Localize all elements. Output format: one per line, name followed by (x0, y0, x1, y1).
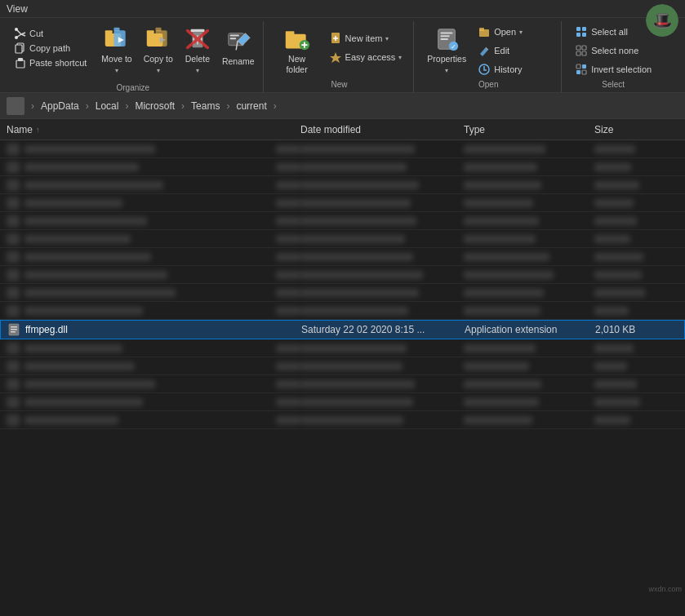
move-to-icon (104, 26, 130, 52)
list-item[interactable] (0, 411, 685, 429)
properties-arrow: ▾ (445, 67, 448, 74)
svg-rect-50 (582, 51, 586, 55)
svg-rect-56 (11, 326, 17, 328)
svg-rect-48 (582, 46, 586, 50)
select-label: Select (570, 80, 656, 89)
list-item[interactable] (0, 339, 685, 357)
svg-rect-35 (441, 35, 450, 37)
svg-rect-49 (576, 51, 580, 55)
svg-rect-26 (285, 31, 294, 35)
new-folder-button[interactable]: New folder (272, 23, 322, 78)
list-item[interactable] (0, 140, 685, 158)
svg-rect-7 (105, 30, 113, 34)
svg-rect-34 (441, 33, 453, 34)
list-item[interactable] (0, 176, 685, 194)
rename-button[interactable]: Rename (217, 23, 260, 72)
svg-rect-14 (155, 28, 161, 31)
properties-button[interactable]: ✓ Properties ▾ (422, 23, 471, 78)
list-item[interactable] (0, 375, 685, 393)
open-icon (478, 25, 491, 38)
svg-rect-57 (11, 329, 17, 330)
view-menu[interactable]: View (7, 3, 28, 15)
breadcrumb-sep-2: › (125, 100, 128, 112)
breadcrumb-current[interactable]: current (233, 99, 269, 113)
list-item[interactable] (0, 357, 685, 375)
svg-rect-44 (582, 27, 586, 31)
edit-icon (478, 44, 491, 57)
new-item-arrow: ▾ (385, 35, 389, 42)
new-label: New (272, 80, 407, 89)
list-item[interactable] (0, 158, 685, 176)
cut-button[interactable]: Cut (11, 26, 90, 41)
svg-text:✓: ✓ (451, 42, 456, 51)
breadcrumb-local[interactable]: Local (92, 99, 122, 113)
col-date[interactable]: Date modified (300, 124, 464, 135)
breadcrumb-bar: › AppData › Local › Microsoft › Teams › … (0, 93, 685, 119)
easy-access-button[interactable]: Easy access ▾ (324, 48, 407, 66)
move-to-button[interactable]: Move to ▾ (96, 23, 136, 78)
col-type[interactable]: Type (464, 124, 594, 135)
svg-rect-46 (582, 33, 586, 37)
select-group: Select all Select none (563, 21, 663, 92)
easy-access-arrow: ▾ (398, 54, 402, 61)
col-name[interactable]: Name ↑ (7, 124, 300, 135)
svg-rect-52 (582, 64, 586, 69)
copy-path-button[interactable]: Copy path (11, 41, 90, 55)
list-item[interactable] (0, 212, 685, 230)
edit-button[interactable]: Edit (473, 42, 554, 60)
organize-label: Organize (7, 83, 260, 92)
list-item[interactable] (0, 393, 685, 411)
new-item-icon (329, 32, 342, 45)
paste-icon (15, 57, 26, 69)
list-item[interactable] (0, 284, 685, 302)
breadcrumb-appdata[interactable]: AppData (38, 99, 82, 113)
open-button[interactable]: Open ▾ (473, 23, 554, 41)
content-area: // rows will be rendered below (0, 140, 685, 548)
ribbon-content: Cut Copy path Paste (0, 21, 685, 92)
col-size[interactable]: Size (594, 124, 678, 135)
select-none-button[interactable]: Select none (570, 42, 656, 60)
selected-file-row[interactable]: ffmpeg.dll Saturday 22 02 2020 8:15 ... … (0, 320, 685, 339)
copy-path-icon (15, 42, 26, 54)
svg-rect-36 (441, 38, 448, 40)
list-item[interactable] (0, 248, 685, 266)
blurred-rows-top (0, 140, 685, 320)
list-item[interactable] (0, 194, 685, 212)
svg-point-1 (15, 36, 18, 39)
copy-to-button[interactable]: Copy to ▾ (139, 23, 178, 78)
breadcrumb-microsoft[interactable]: Microsoft (131, 99, 178, 113)
properties-icon: ✓ (434, 26, 460, 52)
svg-rect-58 (11, 331, 16, 333)
paste-shortcut-button[interactable]: Paste shortcut (11, 55, 90, 70)
delete-button[interactable]: Delete ▾ (180, 23, 216, 78)
breadcrumb-sep-3: › (181, 100, 185, 112)
new-item-button[interactable]: New item ▾ (324, 29, 407, 47)
list-item[interactable] (0, 266, 685, 284)
invert-selection-icon (575, 63, 588, 76)
select-none-icon (575, 44, 588, 57)
dll-file-icon (7, 323, 20, 336)
history-button[interactable]: History (473, 60, 554, 78)
breadcrumb-teams[interactable]: Teams (188, 99, 223, 113)
new-folder-icon (284, 26, 310, 52)
list-item[interactable] (0, 302, 685, 320)
svg-rect-4 (16, 60, 24, 68)
organize-group: Cut Copy path Paste (3, 21, 264, 92)
svg-rect-9 (113, 28, 119, 31)
list-item[interactable] (0, 230, 685, 248)
delete-icon (185, 26, 211, 52)
invert-selection-button[interactable]: Invert selection (570, 60, 656, 78)
open-items: ✓ Properties ▾ Open ▾ (422, 23, 554, 78)
svg-rect-47 (576, 46, 580, 50)
open-arrow: ▾ (519, 29, 523, 36)
select-all-button[interactable]: Select all (570, 23, 656, 41)
svg-rect-3 (16, 45, 22, 53)
selected-file-size: 2,010 KB (595, 324, 635, 335)
svg-rect-51 (576, 64, 580, 69)
copy-to-icon (145, 26, 171, 52)
open-sm-group: Open ▾ Edit (473, 23, 554, 78)
ribbon: Cut Copy path Paste (0, 18, 685, 93)
select-sm-group: Select all Select none (570, 23, 656, 78)
selected-file-date: Saturday 22 02 2020 8:15 ... (301, 324, 425, 335)
scissors-icon (15, 28, 26, 39)
